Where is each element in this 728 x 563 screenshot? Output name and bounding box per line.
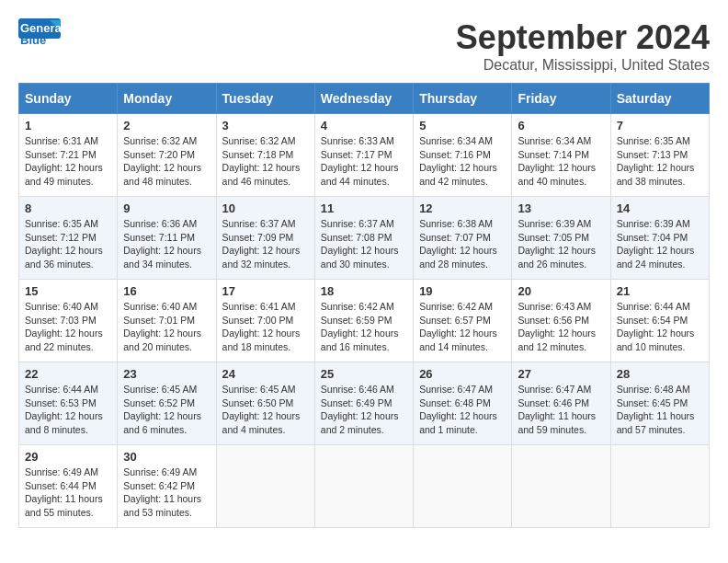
- calendar-cell: 7 Sunrise: 6:35 AM Sunset: 7:13 PM Dayli…: [610, 114, 709, 197]
- weekday-header-thursday: Thursday: [414, 84, 512, 114]
- day-info: Sunrise: 6:40 AM Sunset: 7:03 PM Dayligh…: [25, 300, 111, 354]
- calendar-cell: [610, 445, 709, 528]
- calendar-week-5: 29 Sunrise: 6:49 AM Sunset: 6:44 PM Dayl…: [19, 445, 710, 528]
- calendar-cell: 19 Sunrise: 6:42 AM Sunset: 6:57 PM Dayl…: [414, 280, 512, 362]
- calendar-cell: 25 Sunrise: 6:46 AM Sunset: 6:49 PM Dayl…: [314, 362, 413, 445]
- title-area: September 2024 Decatur, Mississippi, Uni…: [456, 18, 710, 74]
- day-number: 15: [25, 284, 111, 298]
- weekday-header-tuesday: Tuesday: [216, 84, 314, 114]
- weekday-header-wednesday: Wednesday: [314, 84, 413, 114]
- day-number: 8: [25, 201, 111, 215]
- calendar-cell: 9 Sunrise: 6:36 AM Sunset: 7:11 PM Dayli…: [118, 197, 216, 280]
- calendar-cell: 12 Sunrise: 6:38 AM Sunset: 7:07 PM Dayl…: [414, 197, 512, 280]
- calendar-table: SundayMondayTuesdayWednesdayThursdayFrid…: [18, 83, 710, 528]
- day-info: Sunrise: 6:44 AM Sunset: 6:53 PM Dayligh…: [25, 383, 111, 437]
- calendar-cell: 13 Sunrise: 6:39 AM Sunset: 7:05 PM Dayl…: [512, 197, 610, 280]
- calendar-cell: 10 Sunrise: 6:37 AM Sunset: 7:09 PM Dayl…: [216, 197, 314, 280]
- day-number: 9: [123, 201, 210, 215]
- day-info: Sunrise: 6:37 AM Sunset: 7:08 PM Dayligh…: [321, 217, 407, 271]
- day-info: Sunrise: 6:31 AM Sunset: 7:21 PM Dayligh…: [25, 134, 111, 189]
- day-number: 24: [222, 367, 309, 381]
- day-number: 5: [419, 119, 506, 132]
- calendar-cell: 29 Sunrise: 6:49 AM Sunset: 6:44 PM Dayl…: [19, 445, 118, 528]
- calendar-cell: 1 Sunrise: 6:31 AM Sunset: 7:21 PM Dayli…: [19, 114, 118, 197]
- day-number: 26: [419, 367, 506, 381]
- day-info: Sunrise: 6:37 AM Sunset: 7:09 PM Dayligh…: [222, 217, 309, 271]
- calendar-cell: 18 Sunrise: 6:42 AM Sunset: 6:59 PM Dayl…: [314, 280, 413, 362]
- calendar-week-3: 15 Sunrise: 6:40 AM Sunset: 7:03 PM Dayl…: [19, 280, 710, 362]
- day-number: 13: [518, 201, 604, 215]
- calendar-cell: 6 Sunrise: 6:34 AM Sunset: 7:14 PM Dayli…: [512, 114, 610, 197]
- day-number: 18: [321, 284, 407, 298]
- weekday-header-friday: Friday: [512, 84, 610, 114]
- calendar-cell: 28 Sunrise: 6:48 AM Sunset: 6:45 PM Dayl…: [610, 362, 709, 445]
- day-info: Sunrise: 6:32 AM Sunset: 7:20 PM Dayligh…: [123, 134, 210, 189]
- weekday-header-row: SundayMondayTuesdayWednesdayThursdayFrid…: [19, 84, 710, 114]
- day-info: Sunrise: 6:48 AM Sunset: 6:45 PM Dayligh…: [617, 383, 703, 437]
- day-info: Sunrise: 6:43 AM Sunset: 6:56 PM Dayligh…: [518, 300, 604, 354]
- calendar-cell: [512, 445, 610, 528]
- day-number: 30: [123, 450, 210, 464]
- day-info: Sunrise: 6:44 AM Sunset: 6:54 PM Dayligh…: [617, 300, 703, 354]
- calendar-cell: [414, 445, 512, 528]
- day-info: Sunrise: 6:34 AM Sunset: 7:16 PM Dayligh…: [419, 134, 506, 189]
- day-info: Sunrise: 6:40 AM Sunset: 7:01 PM Dayligh…: [123, 300, 210, 354]
- day-info: Sunrise: 6:39 AM Sunset: 7:04 PM Dayligh…: [617, 217, 703, 271]
- day-info: Sunrise: 6:35 AM Sunset: 7:13 PM Dayligh…: [617, 134, 703, 189]
- day-info: Sunrise: 6:49 AM Sunset: 6:44 PM Dayligh…: [25, 465, 111, 520]
- calendar-cell: 2 Sunrise: 6:32 AM Sunset: 7:20 PM Dayli…: [118, 114, 216, 197]
- calendar-cell: 3 Sunrise: 6:32 AM Sunset: 7:18 PM Dayli…: [216, 114, 314, 197]
- day-info: Sunrise: 6:47 AM Sunset: 6:48 PM Dayligh…: [419, 383, 506, 437]
- day-number: 4: [321, 119, 407, 132]
- calendar-cell: [314, 445, 413, 528]
- day-info: Sunrise: 6:46 AM Sunset: 6:49 PM Dayligh…: [321, 383, 407, 437]
- calendar-cell: 11 Sunrise: 6:37 AM Sunset: 7:08 PM Dayl…: [314, 197, 413, 280]
- calendar-cell: 30 Sunrise: 6:49 AM Sunset: 6:42 PM Dayl…: [118, 445, 216, 528]
- day-info: Sunrise: 6:32 AM Sunset: 7:18 PM Dayligh…: [222, 134, 309, 189]
- day-number: 22: [25, 367, 111, 381]
- day-number: 7: [617, 119, 703, 132]
- calendar-cell: 5 Sunrise: 6:34 AM Sunset: 7:16 PM Dayli…: [414, 114, 512, 197]
- weekday-header-saturday: Saturday: [610, 84, 709, 114]
- day-number: 3: [222, 119, 309, 132]
- day-number: 12: [419, 201, 506, 215]
- day-number: 17: [222, 284, 309, 298]
- day-number: 14: [617, 201, 703, 215]
- calendar-cell: 14 Sunrise: 6:39 AM Sunset: 7:04 PM Dayl…: [610, 197, 709, 280]
- weekday-header-sunday: Sunday: [19, 84, 118, 114]
- day-info: Sunrise: 6:39 AM Sunset: 7:05 PM Dayligh…: [518, 217, 604, 271]
- page-header: General Blue September 2024 Decatur, Mis…: [18, 18, 710, 74]
- day-number: 19: [419, 284, 506, 298]
- day-info: Sunrise: 6:49 AM Sunset: 6:42 PM Dayligh…: [123, 465, 210, 520]
- day-info: Sunrise: 6:38 AM Sunset: 7:07 PM Dayligh…: [419, 217, 506, 271]
- day-info: Sunrise: 6:42 AM Sunset: 6:57 PM Dayligh…: [419, 300, 506, 354]
- day-number: 1: [25, 119, 111, 132]
- calendar-cell: 21 Sunrise: 6:44 AM Sunset: 6:54 PM Dayl…: [610, 280, 709, 362]
- calendar-cell: 23 Sunrise: 6:45 AM Sunset: 6:52 PM Dayl…: [118, 362, 216, 445]
- day-number: 10: [222, 201, 309, 215]
- calendar-cell: 4 Sunrise: 6:33 AM Sunset: 7:17 PM Dayli…: [314, 114, 413, 197]
- calendar-week-4: 22 Sunrise: 6:44 AM Sunset: 6:53 PM Dayl…: [19, 362, 710, 445]
- calendar-cell: 17 Sunrise: 6:41 AM Sunset: 7:00 PM Dayl…: [216, 280, 314, 362]
- day-number: 16: [123, 284, 210, 298]
- day-number: 23: [123, 367, 210, 381]
- day-info: Sunrise: 6:33 AM Sunset: 7:17 PM Dayligh…: [321, 134, 407, 189]
- day-number: 21: [617, 284, 703, 298]
- day-number: 2: [123, 119, 210, 132]
- day-number: 20: [518, 284, 604, 298]
- calendar-week-1: 1 Sunrise: 6:31 AM Sunset: 7:21 PM Dayli…: [19, 114, 710, 197]
- calendar-cell: [216, 445, 314, 528]
- svg-text:Blue: Blue: [20, 33, 46, 47]
- day-info: Sunrise: 6:47 AM Sunset: 6:46 PM Dayligh…: [518, 383, 604, 437]
- calendar-cell: 26 Sunrise: 6:47 AM Sunset: 6:48 PM Dayl…: [414, 362, 512, 445]
- logo: General Blue: [18, 18, 64, 59]
- calendar-cell: 20 Sunrise: 6:43 AM Sunset: 6:56 PM Dayl…: [512, 280, 610, 362]
- day-info: Sunrise: 6:34 AM Sunset: 7:14 PM Dayligh…: [518, 134, 604, 189]
- weekday-header-monday: Monday: [118, 84, 216, 114]
- page-title: September 2024: [456, 18, 710, 57]
- calendar-cell: 22 Sunrise: 6:44 AM Sunset: 6:53 PM Dayl…: [19, 362, 118, 445]
- calendar-cell: 24 Sunrise: 6:45 AM Sunset: 6:50 PM Dayl…: [216, 362, 314, 445]
- day-number: 28: [617, 367, 703, 381]
- day-info: Sunrise: 6:42 AM Sunset: 6:59 PM Dayligh…: [321, 300, 407, 354]
- day-number: 25: [321, 367, 407, 381]
